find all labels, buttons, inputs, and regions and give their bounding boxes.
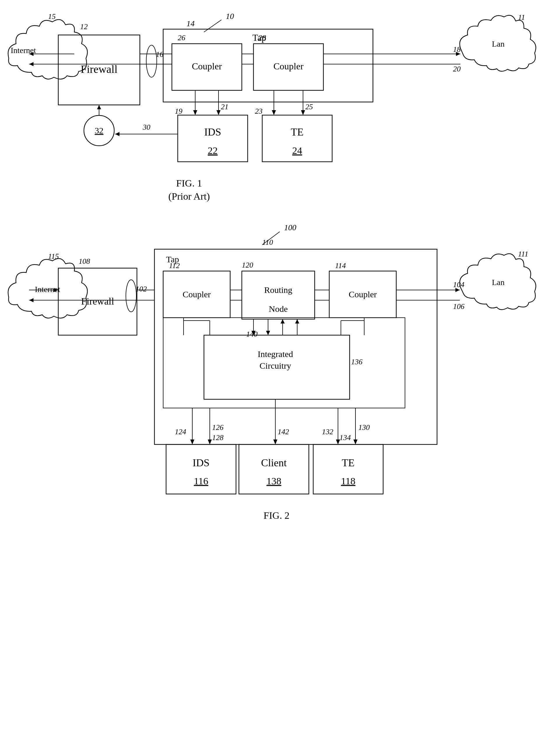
ref140: 140	[246, 330, 257, 338]
lan-label-fig2: Lan	[492, 278, 505, 287]
svg-marker-24	[301, 110, 305, 115]
ref15-fig1: 15	[48, 12, 56, 21]
ref115: 115	[48, 252, 59, 260]
firewall-label-fig1: Firewall	[81, 63, 118, 75]
svg-text:10: 10	[226, 12, 234, 21]
ref18-fig1: 18	[453, 45, 461, 54]
ids-box-fig2	[166, 444, 236, 494]
ref128: 128	[212, 433, 224, 442]
te-num-fig1: 24	[292, 145, 302, 156]
svg-marker-22	[272, 110, 276, 115]
ref23: 23	[255, 107, 262, 116]
tap-box-fig2	[154, 249, 437, 444]
ref111: 111	[518, 250, 528, 258]
lan-label-fig1: Lan	[492, 40, 505, 48]
ids-label-fig2: IDS	[192, 457, 210, 469]
te-label-fig1: TE	[291, 126, 304, 138]
lens-fig1	[146, 45, 157, 77]
svg-marker-43	[29, 298, 33, 302]
svg-marker-59	[190, 440, 194, 444]
ref14-fig1: 14	[186, 19, 194, 28]
client-num-fig2: 138	[266, 476, 282, 486]
ref28: 28	[258, 33, 266, 42]
ref16-fig1: 16	[156, 50, 163, 59]
ref108: 108	[79, 257, 90, 266]
fig2-title: FIG. 2	[264, 510, 290, 521]
patent-drawing: 10 Internet 15 Firewall 12 14 Tap 26 Cou…	[0, 0, 553, 756]
fig1-subtitle: (Prior Art)	[168, 191, 210, 202]
lens-fig2	[126, 280, 136, 312]
client-box-fig2	[239, 444, 309, 494]
svg-marker-55	[281, 319, 285, 323]
ref25: 25	[305, 102, 313, 111]
coupler26-label: Coupler	[192, 61, 222, 71]
svg-marker-16	[29, 62, 33, 66]
ref110: 110	[262, 238, 273, 246]
ref126: 126	[212, 423, 224, 432]
client-label-fig2: Client	[261, 457, 287, 469]
te-label-fig2: TE	[342, 457, 354, 469]
ref21: 21	[221, 102, 228, 111]
ref114: 114	[335, 261, 346, 270]
ref104: 104	[453, 280, 464, 289]
ref136: 136	[351, 358, 363, 366]
svg-line-0	[204, 20, 221, 32]
svg-marker-26	[115, 132, 120, 136]
coupler112-label: Coupler	[183, 289, 211, 299]
svg-marker-28	[97, 105, 101, 109]
ref32-label: 32	[95, 126, 103, 135]
ref130: 130	[359, 423, 370, 432]
ref142: 142	[278, 428, 289, 436]
svg-marker-63	[273, 440, 278, 444]
node-label: Node	[269, 304, 288, 314]
ref26: 26	[178, 33, 185, 42]
ref11-fig1: 11	[518, 13, 525, 21]
svg-marker-53	[266, 331, 270, 335]
ref19: 19	[175, 107, 182, 116]
svg-marker-20	[217, 110, 221, 115]
ref30: 30	[143, 123, 150, 132]
ref134: 134	[339, 433, 351, 442]
svg-marker-18	[193, 110, 197, 115]
fig1-title: FIG. 1	[176, 178, 202, 188]
svg-marker-57	[295, 319, 299, 323]
firewall-label-fig2: Firewall	[81, 296, 114, 307]
coupler28-label: Coupler	[273, 61, 303, 71]
ids-num-fig1: 22	[208, 145, 218, 156]
te-num-fig2: 118	[341, 476, 356, 486]
ref132: 132	[322, 428, 333, 436]
ref12-fig1: 12	[80, 22, 88, 31]
ref120: 120	[242, 261, 253, 269]
ref102: 102	[136, 285, 147, 293]
ids-num-fig2: 116	[194, 476, 208, 486]
ids-label-fig1: IDS	[204, 126, 221, 138]
ref100: 100	[284, 223, 296, 232]
circuitry-label: Circuitry	[260, 361, 291, 370]
te-box-fig2	[313, 444, 383, 494]
ref124: 124	[175, 428, 186, 436]
svg-marker-61	[208, 440, 212, 444]
svg-marker-67	[353, 440, 358, 444]
ref112: 112	[169, 261, 180, 270]
ref20-fig1: 20	[453, 65, 461, 73]
integrated-label: Integrated	[257, 349, 293, 359]
routing-label: Routing	[264, 285, 293, 295]
coupler114-label: Coupler	[349, 289, 377, 299]
ref106: 106	[453, 302, 464, 311]
